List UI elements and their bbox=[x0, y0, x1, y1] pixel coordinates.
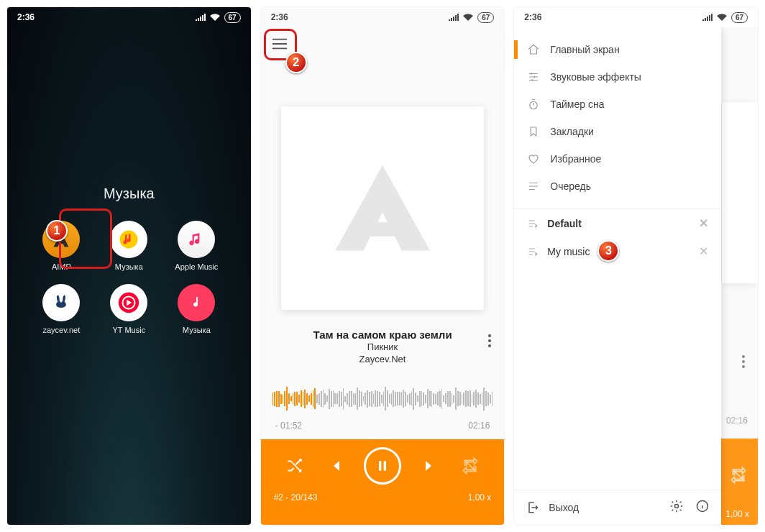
signal-icon bbox=[196, 14, 206, 21]
player-controls: #2 - 20/143 1,00 x bbox=[261, 439, 505, 525]
svg-point-4 bbox=[675, 505, 679, 508]
track-album: Zaycev.Net bbox=[290, 353, 476, 366]
exit-button[interactable]: Выход bbox=[526, 500, 579, 515]
step-badge-1: 1 bbox=[46, 220, 68, 242]
playback-speed[interactable]: 1,00 x bbox=[725, 509, 749, 519]
battery-icon: 67 bbox=[731, 12, 748, 23]
navigation-drawer: Главный экран Звуковые эффекты Таймер сн… bbox=[514, 27, 721, 525]
exit-label: Выход bbox=[549, 502, 579, 513]
zaycev-icon bbox=[42, 284, 80, 321]
nav-label: Звуковые эффекты bbox=[550, 71, 641, 83]
nav-label: Избранное bbox=[550, 153, 601, 165]
time-elapsed: - 01:52 bbox=[275, 421, 302, 431]
screen-drawer: 2:36 67 02:16 1,00 x Главный экран bbox=[514, 7, 758, 525]
app-label: zaycev.net bbox=[42, 326, 80, 334]
clock: 2:36 bbox=[271, 12, 288, 22]
signal-icon bbox=[702, 14, 713, 21]
home-icon bbox=[527, 43, 540, 56]
time-total: 02:16 bbox=[468, 421, 490, 431]
app-label: Apple Music bbox=[175, 262, 218, 271]
hamburger-icon bbox=[272, 38, 288, 50]
close-icon[interactable]: ✕ bbox=[696, 216, 711, 230]
playlist-default[interactable]: Default ✕ bbox=[514, 209, 721, 237]
wifi-icon bbox=[463, 14, 473, 21]
app-label: AIMP bbox=[52, 262, 71, 271]
nav-label: Закладки bbox=[550, 126, 594, 137]
apple-music-icon bbox=[178, 221, 215, 258]
heart-icon bbox=[527, 152, 540, 165]
repeat-button[interactable] bbox=[454, 450, 486, 482]
timer-icon bbox=[527, 98, 540, 111]
statusbar: 2:36 67 bbox=[514, 7, 758, 27]
album-art bbox=[281, 106, 485, 310]
track-artist: Пикник bbox=[290, 341, 476, 354]
repeat-icon[interactable] bbox=[729, 466, 748, 487]
app-music[interactable]: Музыка bbox=[169, 284, 224, 334]
info-icon bbox=[695, 499, 710, 513]
yt-music-icon bbox=[110, 284, 147, 321]
prev-button[interactable] bbox=[321, 450, 353, 482]
clock: 2:36 bbox=[524, 12, 541, 22]
app-label: Музыка bbox=[115, 262, 143, 271]
app-zaycev[interactable]: zaycev.net bbox=[34, 284, 88, 334]
app-yt-music[interactable]: YT Music bbox=[101, 284, 156, 334]
settings-button[interactable] bbox=[669, 499, 684, 516]
screen-player: 2:36 67 2 Там на самом краю земли Пикник… bbox=[261, 7, 505, 525]
queue-position: #2 - 20/143 bbox=[274, 492, 318, 503]
gear-icon bbox=[669, 499, 684, 513]
folder-title: Музыка bbox=[104, 185, 155, 202]
step-badge-2: 2 bbox=[285, 52, 307, 73]
nav-equalizer[interactable]: Звуковые эффекты bbox=[514, 63, 721, 91]
statusbar: 2:36 67 bbox=[261, 7, 505, 27]
time-total: 02:16 bbox=[726, 416, 748, 426]
clock: 2:36 bbox=[17, 12, 35, 22]
nav-label: Главный экран bbox=[550, 44, 619, 55]
playlist-label: Default bbox=[547, 218, 581, 229]
playlist-icon bbox=[527, 246, 539, 257]
playlist-icon bbox=[527, 218, 539, 229]
nav-favorites[interactable]: Избранное bbox=[514, 145, 721, 173]
more-icon[interactable] bbox=[742, 355, 745, 368]
music-icon bbox=[178, 284, 215, 321]
nav-label: Таймер сна bbox=[550, 98, 604, 110]
wifi-icon bbox=[717, 14, 727, 21]
track-title: Там на самом краю земли bbox=[290, 329, 476, 341]
statusbar: 2:36 67 bbox=[7, 7, 251, 27]
aimp-logo-icon bbox=[326, 151, 439, 265]
screen-home: 2:36 67 Музыка AIMP Музыка Ap bbox=[7, 7, 251, 525]
nav-home[interactable]: Главный экран bbox=[514, 36, 721, 63]
app-apple-music[interactable]: Apple Music bbox=[169, 221, 224, 271]
info-button[interactable] bbox=[695, 499, 710, 516]
track-more-button[interactable] bbox=[488, 334, 491, 347]
playback-speed[interactable]: 1,00 x bbox=[468, 492, 492, 503]
exit-icon bbox=[526, 500, 540, 515]
app-label: YT Music bbox=[113, 326, 146, 334]
close-icon[interactable]: ✕ bbox=[696, 244, 711, 258]
nav-sleep-timer[interactable]: Таймер сна bbox=[514, 91, 721, 118]
playlist-label: My music bbox=[547, 246, 590, 257]
battery-icon: 67 bbox=[477, 12, 494, 23]
app-yandex-music[interactable]: Музыка bbox=[101, 221, 156, 271]
wifi-icon bbox=[210, 14, 220, 21]
next-button[interactable] bbox=[412, 450, 444, 482]
bookmark-icon bbox=[527, 125, 540, 138]
queue-icon bbox=[527, 180, 540, 193]
shuffle-button[interactable] bbox=[279, 450, 311, 482]
waveform[interactable] bbox=[272, 380, 493, 418]
battery-icon: 67 bbox=[224, 12, 241, 23]
signal-icon bbox=[449, 14, 459, 21]
app-label: Музыка bbox=[183, 326, 211, 334]
nav-label: Очередь bbox=[550, 180, 591, 192]
pause-button[interactable] bbox=[364, 447, 401, 485]
nav-bookmarks[interactable]: Закладки bbox=[514, 118, 721, 145]
nav-queue[interactable]: Очередь bbox=[514, 173, 721, 200]
sliders-icon bbox=[527, 70, 540, 83]
yandex-music-icon bbox=[110, 221, 147, 258]
